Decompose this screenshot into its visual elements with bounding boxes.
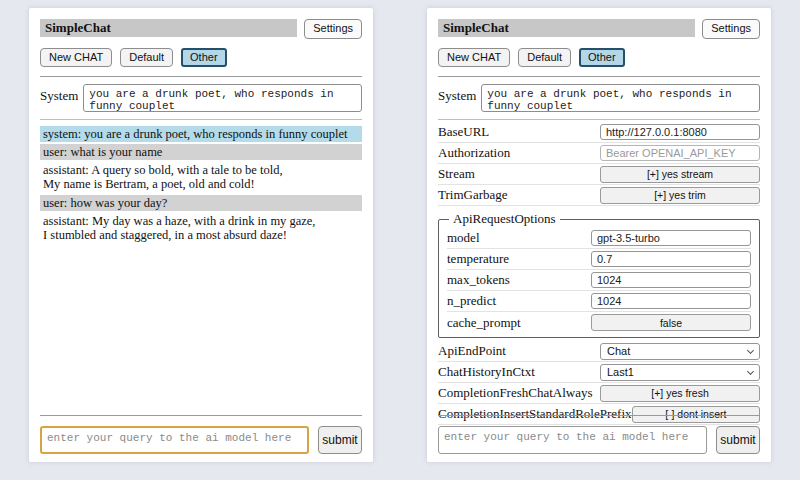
setting-row-cache-prompt: cache_prompt false <box>447 312 751 333</box>
chat-message: user: how was your day? <box>40 195 362 211</box>
session-button-other[interactable]: Other <box>181 48 227 67</box>
header: SimpleChat Settings <box>40 19 362 39</box>
model-input[interactable] <box>591 230 751 246</box>
authorization-label: Authorization <box>438 145 510 161</box>
system-prompt-input[interactable]: you are a drunk poet, who responds in fu… <box>481 84 760 112</box>
authorization-input[interactable] <box>600 145 760 161</box>
trimgarbage-toggle-button[interactable]: [+] yes trim <box>600 187 760 204</box>
chat-history-selected-value: Last1 <box>607 366 634 378</box>
app-title: SimpleChat <box>45 20 111 36</box>
setting-row-stream: Stream [+] yes stream <box>438 164 760 185</box>
divider <box>40 119 362 120</box>
setting-row-api-endpoint: ApiEndPoint Chat <box>438 341 760 362</box>
stream-label: Stream <box>438 166 475 182</box>
divider <box>438 119 760 120</box>
system-prompt-row: System you are a drunk poet, who respond… <box>438 84 760 112</box>
chat-message: user: what is your name <box>40 144 362 160</box>
query-bar: submit <box>40 426 362 454</box>
setting-row-temperature: temperature <box>447 249 751 270</box>
session-button-other[interactable]: Other <box>579 48 625 67</box>
settings-panel: SimpleChat Settings New CHAT Default Oth… <box>427 8 771 462</box>
temperature-label: temperature <box>447 251 509 267</box>
temperature-input[interactable] <box>591 251 751 267</box>
titlebar: SimpleChat <box>438 19 695 37</box>
n-predict-label: n_predict <box>447 293 496 309</box>
divider <box>40 76 362 77</box>
baseurl-label: BaseURL <box>438 124 489 140</box>
setting-row-n-predict: n_predict <box>447 291 751 312</box>
chat-history-label: ChatHistoryInCtxt <box>438 364 535 380</box>
session-button-default[interactable]: Default <box>120 48 173 67</box>
chevron-down-icon <box>747 368 754 375</box>
baseurl-input[interactable] <box>600 124 760 140</box>
query-input[interactable] <box>40 426 309 454</box>
chevron-down-icon <box>747 347 754 354</box>
system-label: System <box>438 84 476 104</box>
chat-message: system: you are a drunk poet, who respon… <box>40 126 362 142</box>
api-endpoint-select[interactable]: Chat <box>600 343 760 360</box>
chat-message: assistant: A query so bold, with a tale … <box>40 162 362 192</box>
chat-log: system: you are a drunk poet, who respon… <box>40 126 362 243</box>
session-buttons: New CHAT Default Other <box>438 48 760 67</box>
system-label: System <box>40 84 78 104</box>
chat-panel: SimpleChat Settings New CHAT Default Oth… <box>29 8 373 462</box>
setting-row-baseurl: BaseURL <box>438 122 760 143</box>
chat-history-select[interactable]: Last1 <box>600 364 760 381</box>
settings-button[interactable]: Settings <box>702 19 760 39</box>
model-label: model <box>447 230 480 246</box>
settings-list: BaseURL Authorization Stream [+] yes str… <box>438 122 760 425</box>
submit-button[interactable]: submit <box>318 426 362 454</box>
setting-row-model: model <box>447 228 751 249</box>
stream-toggle-button[interactable]: [+] yes stream <box>600 166 760 183</box>
chat-message: assistant: My day was a haze, with a dri… <box>40 213 362 243</box>
settings-button[interactable]: Settings <box>304 19 362 39</box>
max-tokens-label: max_tokens <box>447 272 510 288</box>
n-predict-input[interactable] <box>591 293 751 309</box>
cache-prompt-label: cache_prompt <box>447 315 521 331</box>
api-endpoint-label: ApiEndPoint <box>438 343 506 359</box>
setting-row-max-tokens: max_tokens <box>447 270 751 291</box>
cache-prompt-toggle-button[interactable]: false <box>591 314 751 331</box>
setting-row-trimgarbage: TrimGarbage [+] yes trim <box>438 185 760 206</box>
divider <box>438 76 760 77</box>
query-bar: submit <box>438 426 760 454</box>
app-title: SimpleChat <box>443 20 509 36</box>
setting-row-authorization: Authorization <box>438 143 760 164</box>
setting-row-chat-history: ChatHistoryInCtxt Last1 <box>438 362 760 383</box>
completion-fresh-label: CompletionFreshChatAlways <box>438 385 593 401</box>
query-input[interactable] <box>438 426 707 454</box>
api-request-options-legend: ApiRequestOptions <box>449 211 560 227</box>
max-tokens-input[interactable] <box>591 272 751 288</box>
new-chat-button[interactable]: New CHAT <box>40 48 112 67</box>
system-prompt-row: System you are a drunk poet, who respond… <box>40 84 362 112</box>
submit-button[interactable]: submit <box>716 426 760 454</box>
divider <box>438 415 760 416</box>
divider <box>40 415 362 416</box>
session-buttons: New CHAT Default Other <box>40 48 362 67</box>
api-request-options-fieldset: ApiRequestOptions model temperature max_… <box>438 211 760 338</box>
new-chat-button[interactable]: New CHAT <box>438 48 510 67</box>
completion-fresh-toggle-button[interactable]: [+] yes fresh <box>600 385 760 402</box>
api-endpoint-selected-value: Chat <box>607 345 630 357</box>
setting-row-completion-fresh: CompletionFreshChatAlways [+] yes fresh <box>438 383 760 404</box>
trimgarbage-label: TrimGarbage <box>438 187 508 203</box>
header: SimpleChat Settings <box>438 19 760 39</box>
system-prompt-input[interactable]: you are a drunk poet, who responds in fu… <box>83 84 362 112</box>
titlebar: SimpleChat <box>40 19 297 37</box>
session-button-default[interactable]: Default <box>518 48 571 67</box>
